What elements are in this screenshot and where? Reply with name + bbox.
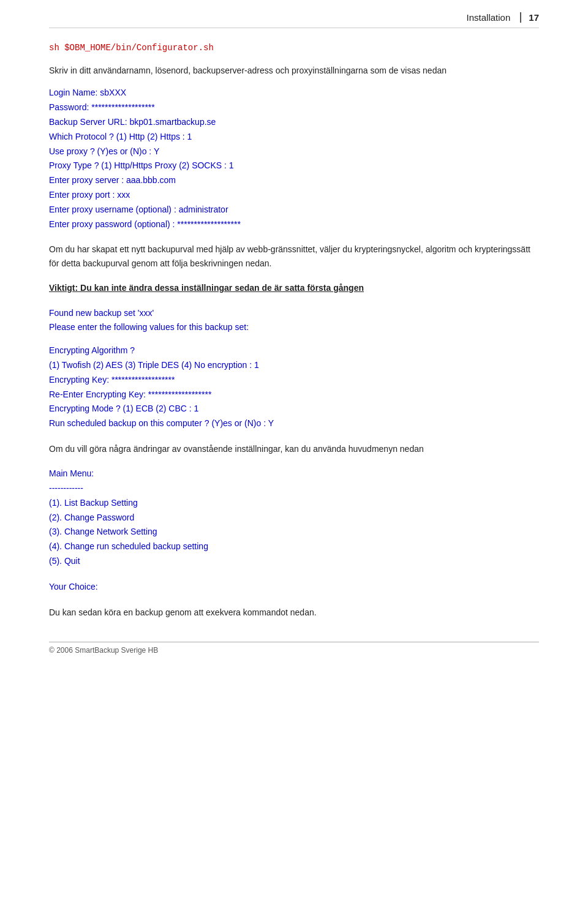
header-title: Installation: [467, 12, 511, 23]
main-menu-item-3: (3). Change Network Setting: [49, 525, 539, 539]
intro-paragraph: Skriv in ditt användarnamn, lösenord, ba…: [49, 64, 539, 77]
console-line-6: Proxy Type ? (1) Http/Https Proxy (2) SO…: [49, 159, 539, 173]
page-container: Installation 17 sh $OBM_HOME/bin/Configu…: [0, 0, 588, 667]
main-menu-title: Main Menu:: [49, 467, 539, 481]
console-line-3: Backup Server URL: bkp01.smartbackup.se: [49, 115, 539, 130]
important-block: Viktigt: Du kan inte ändra dessa inställ…: [49, 281, 539, 295]
console-line-1: Login Name: sbXXX: [49, 86, 539, 100]
command-sh: sh $OBM_HOME/bin/Configurator.sh: [49, 43, 539, 53]
main-menu-item-4: (4). Change run scheduled backup setting: [49, 539, 539, 554]
encrypting-mode: Encrypting Mode ? (1) ECB (2) CBC : 1: [49, 402, 539, 416]
encrypting-algorithm-label: Encrypting Algorithm ?: [49, 344, 539, 358]
console-block-3: Encrypting Algorithm ? (1) Twofish (2) A…: [49, 344, 539, 431]
console-line-7: Enter proxy server : aaa.bbb.com: [49, 173, 539, 188]
paragraph-3: Om du vill göra några ändringar av ovans…: [49, 442, 539, 456]
header-page-number: 17: [520, 12, 539, 23]
console-line-9: Enter proxy username (optional) : admini…: [49, 203, 539, 217]
page-header: Installation 17: [49, 12, 539, 28]
your-choice-label: Your Choice:: [49, 580, 539, 595]
console2-line-2: Please enter the following values for th…: [49, 320, 539, 335]
encrypting-key: Encrypting Key: *******************: [49, 373, 539, 388]
main-menu-block: Main Menu: ------------ (1). List Backup…: [49, 467, 539, 569]
encrypting-algorithm-options: (1) Twofish (2) AES (3) Triple DES (4) N…: [49, 358, 539, 373]
main-menu-divider: ------------: [49, 481, 539, 496]
console-block-1: Login Name: sbXXX Password: ************…: [49, 86, 539, 231]
paragraph-4: Du kan sedan köra en backup genom att ex…: [49, 606, 539, 619]
your-choice-block: Your Choice:: [49, 580, 539, 595]
console-block-2: Found new backup set 'xxx' Please enter …: [49, 306, 539, 336]
run-scheduled-backup: Run scheduled backup on this computer ? …: [49, 416, 539, 431]
main-menu-item-5: (5). Quit: [49, 554, 539, 569]
paragraph-2: Om du har skapat ett nytt backupurval me…: [49, 242, 539, 270]
console-line-10: Enter proxy password (optional) : ******…: [49, 217, 539, 232]
console-line-5: Use proxy ? (Y)es or (N)o : Y: [49, 145, 539, 159]
console2-line-1: Found new backup set 'xxx': [49, 306, 539, 321]
console-line-2: Password: *******************: [49, 100, 539, 115]
important-label: Viktigt: Du kan inte ändra dessa inställ…: [49, 283, 364, 293]
console-line-4: Which Protocol ? (1) Http (2) Https : 1: [49, 130, 539, 145]
console-line-8: Enter proxy port : xxx: [49, 188, 539, 203]
footer-text: © 2006 SmartBackup Sverige HB: [49, 646, 158, 655]
main-menu-item-1: (1). List Backup Setting: [49, 496, 539, 511]
main-menu-item-2: (2). Change Password: [49, 511, 539, 525]
footer: © 2006 SmartBackup Sverige HB: [49, 642, 539, 655]
re-enter-encrypting-key: Re-Enter Encrypting Key: ***************…: [49, 388, 539, 402]
